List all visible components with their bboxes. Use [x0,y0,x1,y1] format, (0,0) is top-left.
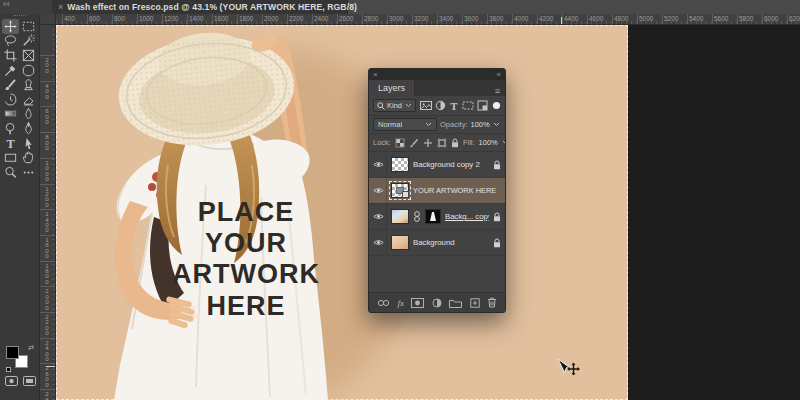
tool-frame[interactable] [20,48,37,63]
tool-marquee[interactable] [20,19,37,34]
ruler-tick [587,14,588,25]
tool-crop[interactable] [2,48,19,63]
lock-move-icon[interactable] [423,138,433,148]
layer-name[interactable]: Backg... copy [445,212,489,221]
visibility-toggle[interactable] [373,230,387,255]
ruler-tick [337,14,338,25]
default-colors-icon[interactable] [6,367,11,372]
tool-shape[interactable] [2,150,19,165]
lock-all-icon[interactable] [451,138,459,148]
tool-healing-patch[interactable] [20,63,37,78]
visibility-toggle[interactable] [373,178,387,203]
layer-row-backg-copy[interactable]: Backg... copy [369,204,505,230]
filter-type-layers-icon[interactable]: T [449,100,459,111]
tool-move[interactable] [2,19,19,34]
blend-mode-select[interactable]: Normal [373,118,437,131]
layer-row-background-copy-2[interactable]: Background copy 2 [369,152,505,178]
tab-bar-left-spacer: 64 [0,0,52,14]
filter-adjustment-layers-icon[interactable] [435,100,446,111]
delete-layer-icon[interactable] [487,297,497,308]
layer-filter-row: Kind T [369,96,505,116]
lock-brush-icon[interactable] [409,138,419,148]
tool-hand[interactable] [20,150,37,165]
link-layers-icon[interactable] [377,299,390,307]
tools-panel: T ⇄ [0,14,40,400]
layer-thumbnail[interactable] [391,209,409,224]
layer-list: Background copy 2YOUR ARTWORK HEREBackg.… [369,152,505,292]
layers-panel-header[interactable]: × « [369,69,505,80]
filter-shape-layers-icon[interactable] [462,100,474,111]
visibility-toggle[interactable] [373,204,387,229]
effects-icon[interactable]: fx [397,298,404,308]
layer-thumbnail[interactable] [391,183,409,198]
tool-dodge[interactable] [2,121,19,136]
tool-more-tools[interactable] [20,165,37,180]
lock-icon [493,160,501,170]
layer-row-your-artwork-here[interactable]: YOUR ARTWORK HERE [369,178,505,204]
tool-history-brush[interactable] [2,92,19,107]
toolbar-grip[interactable] [14,15,26,17]
mask-link-icon[interactable] [413,210,421,223]
visibility-toggle[interactable] [373,152,387,177]
close-icon[interactable]: × [58,3,63,12]
tool-gradient[interactable] [2,107,19,122]
chevron-down-icon[interactable] [493,122,500,127]
group-layers-icon[interactable] [449,298,462,308]
panel-collapse-icon[interactable]: « [497,71,501,79]
add-mask-icon[interactable] [411,298,424,308]
tool-blur[interactable] [20,107,37,122]
document-canvas[interactable]: PLACE YOUR ARTWORK HERE [56,25,628,400]
layer-thumbnail[interactable] [391,235,409,250]
tool-eyedropper[interactable] [2,63,19,78]
fill-value[interactable]: 100% [479,138,498,147]
tool-zoom[interactable] [2,165,19,180]
ruler-tick-label: 1800 [239,15,253,22]
vertical-ruler[interactable]: 2004006008001000120014001600180020002200… [40,25,56,400]
panel-close-icon[interactable]: × [373,71,378,79]
layer-row-background[interactable]: Background [369,230,505,256]
layer-mask-thumbnail[interactable] [425,209,441,224]
swap-colors-icon[interactable]: ⇄ [28,344,34,351]
filter-toggle[interactable] [492,101,501,110]
ruler-tick-label: 800 [43,134,51,150]
screen-mode-icon[interactable] [23,376,36,386]
ruler-corner [40,14,56,25]
layer-name[interactable]: YOUR ARTWORK HERE [413,186,501,195]
horizontal-ruler[interactable]: 4006008001000120014001600180020002200240… [56,14,800,25]
filter-smart-objects-icon[interactable] [477,100,488,111]
layer-thumbnail[interactable] [391,157,409,172]
ruler-tick-label: 3200 [414,15,428,22]
tool-path-select[interactable] [20,136,37,151]
layer-name[interactable]: Background copy 2 [413,160,489,169]
panel-menu-icon[interactable]: ≡ [490,86,505,96]
document-tab[interactable]: × Wash effect on Fresco.psd @ 43.1% (YOU… [52,0,348,14]
tool-brush[interactable] [2,77,19,92]
lock-artboard-icon[interactable] [437,138,447,148]
tool-clone-stamp[interactable] [20,77,37,92]
filter-pixel-layers-icon[interactable] [420,100,432,111]
ruler-tick [87,14,88,25]
filter-kind-label: Kind [387,101,402,110]
layer-name[interactable]: Background [413,238,489,247]
svg-text:T: T [6,136,14,150]
tool-pen[interactable] [20,121,37,136]
opacity-label: Opacity: [440,120,468,129]
lock-transparent-icon[interactable] [395,138,405,148]
chevron-down-icon[interactable] [502,140,506,145]
quick-mask-icon[interactable] [5,376,18,386]
tab-layers[interactable]: Layers [369,80,415,96]
adjustment-icon[interactable] [432,298,442,308]
ruler-tick-label: 2200 [289,15,303,22]
opacity-value[interactable]: 100% [471,120,490,129]
ruler-tick-label: 2400 [43,340,51,362]
filter-kind-select[interactable]: Kind [373,99,416,112]
tool-lasso[interactable] [2,34,19,49]
foreground-color-swatch[interactable] [6,346,19,359]
ruler-tick-label: 600 [43,108,51,124]
tool-type[interactable]: T [2,136,19,151]
color-swatches[interactable]: ⇄ [6,344,34,370]
ruler-tick-label: 1800 [43,263,51,285]
new-layer-icon[interactable] [470,298,480,308]
tool-eraser[interactable] [20,92,37,107]
tool-magic-wand[interactable] [20,34,37,49]
